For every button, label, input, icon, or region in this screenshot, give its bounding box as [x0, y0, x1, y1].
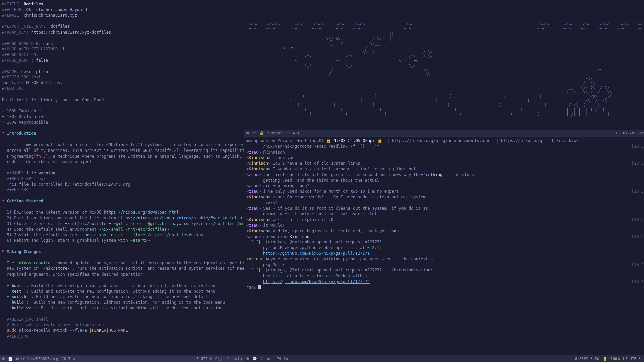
major-mode[interactable]: VTerm	[637, 131, 644, 136]
modeline-vterm[interactable]: 👁 🔒 *vterm* 29 All LF UTF-8 VTerm	[244, 130, 644, 136]
buffer-name[interactable]: #nixos	[260, 356, 274, 361]
modeline-left[interactable]: 📄 dotfiles/README.org 28 Top LF UTF-8 Or…	[0, 355, 244, 362]
irc-nick[interactable]: orion	[249, 257, 261, 261]
modeline-irc[interactable]: 💬 #nixos 79 Bot 6:53PM 0.50 🔋100% LF UTF…	[244, 355, 644, 362]
footnote-ref[interactable]: [fn:2]	[164, 148, 179, 153]
buffer-position: 28 Top	[62, 356, 75, 361]
erc-prompt: ERC>	[246, 286, 256, 290]
left-pane: #+TITLE: Dotfiles #+AUTHOR: Christopher …	[0, 0, 244, 362]
file-icon: 📄	[8, 356, 13, 361]
irc-nick[interactable]: Kinnison	[249, 155, 268, 160]
major-mode[interactable]: Org	[215, 356, 222, 361]
org-title-value: Dotfiles	[24, 2, 43, 6]
irc-nick[interactable]: zsau	[249, 150, 258, 155]
editor-frame: #+TITLE: Dotfiles #+AUTHOR: Christopher …	[0, 0, 644, 362]
irc-message: <zsau> no worries Kinnison[18:39]	[246, 234, 644, 240]
modified-indicator-icon	[246, 357, 249, 360]
top-right-pane: | | | | ~~~	[244, 0, 644, 137]
right-column: | | | | ~~~	[244, 0, 644, 362]
buffer-position: 79 Bot	[277, 356, 290, 361]
buffer-name[interactable]: *vterm*	[267, 131, 283, 136]
battery-icon: 🔋	[603, 356, 607, 361]
github-pr-link[interactable]: https://github.com/NixOS/nixpkgs/pull/12…	[263, 251, 370, 256]
irc-input-cursor[interactable]	[258, 285, 261, 289]
irc-nick[interactable]: Kinnison	[249, 217, 268, 222]
link-nixos-download[interactable]: https://nixos.org/download.html	[104, 210, 179, 215]
git-branch[interactable]: main	[233, 356, 242, 361]
irc-message: <Kinnison> thank you	[246, 155, 644, 161]
encoding: LF UTF-8	[616, 131, 634, 136]
vterm-buffer[interactable]: | | | | ~~~	[244, 0, 644, 130]
irc-message: <zsau> are you using sudo?	[246, 183, 644, 189]
irc-message: <zsau> the first one lists all the gcroo…	[246, 172, 644, 183]
bottom-right-pane: megaphone on #nixos (+nrt,lag:0) 🔒 NixOS…	[244, 137, 644, 362]
org-keyword: #+AUTHOR:	[2, 7, 24, 12]
irc-message: <Kinnison> I wonder why nix-collect-garb…	[246, 166, 644, 172]
irc-nick[interactable]: zsau	[249, 206, 258, 211]
footnote-ref[interactable]: [fn:3]	[34, 154, 48, 159]
irc-nick[interactable]: Kinnison	[249, 195, 268, 199]
irc-message: <Kinnison> and lo, space begins to be re…	[246, 228, 644, 234]
irc-nick[interactable]: Kinnison	[249, 167, 268, 171]
heading-getting-started[interactable]: Getting Started	[7, 199, 43, 203]
irc-nick[interactable]: zsau	[249, 189, 258, 194]
modified-indicator-icon	[246, 132, 249, 134]
begin-src: #+BEGIN_SRC text	[2, 75, 41, 79]
battery-pct: 100%	[611, 356, 620, 361]
bot-prefix: ~{^-^}~	[246, 240, 263, 244]
org-keyword: #+TITLE:	[2, 2, 21, 6]
irc-message: <Kinnison> zsau: Oh *rude words* -- Do I…	[246, 194, 644, 206]
chat-icon: 💬	[252, 356, 257, 361]
irc-buffer[interactable]: megaphone on #nixos (+nrt,lag:0) 🔒 NixOS…	[244, 137, 644, 355]
github-pr-link[interactable]: https://github.com/NixOS/nixpkgs/pull/12…	[263, 279, 370, 284]
irc-topic: megaphone on #nixos (+nrt,lag:0) 🔒 NixOS…	[246, 138, 579, 143]
irc-nick[interactable]: zsau	[249, 234, 258, 239]
irc-message: <Kinnison> wow I have a lot of old syste…	[246, 161, 644, 166]
lock-icon: 🔒	[259, 131, 264, 136]
irc-nick[interactable]: Kinnison	[249, 229, 268, 233]
irc-message: <Kinnison> well that'd explain it :D[18:…	[246, 217, 644, 223]
org-keyword: #+EMAIL:	[2, 13, 21, 18]
irc-nick[interactable]: Kinnison	[249, 161, 268, 166]
buffer-position: 29 All	[286, 131, 300, 136]
encoding: LF UTF-8	[194, 356, 212, 361]
modified-indicator-icon	[2, 357, 5, 360]
link-nixos-manual[interactable]: https://nixos.org/manual/nixos/stable/#s…	[118, 216, 244, 220]
readonly-icon: 👁	[252, 131, 256, 136]
org-buffer[interactable]: #+TITLE: Dotfiles #+AUTHOR: Christopher …	[0, 0, 244, 355]
irc-message: <zsau> yes - if you do it as root it cle…	[246, 206, 644, 217]
irc-message: <zsau> it would!	[246, 223, 644, 228]
heading-making-changes[interactable]: Making Changes	[7, 249, 41, 254]
irc-nick[interactable]: zsau	[249, 172, 258, 177]
irc-nick[interactable]: zsau	[249, 223, 258, 228]
irc-message: <zsau> i've only used nixos for a month …	[246, 189, 644, 194]
encoding: LF UTF-8	[623, 356, 641, 361]
end-src: #+END_SRC	[2, 86, 24, 91]
clock: 6:53PM 0.50	[575, 356, 599, 361]
buffer-name[interactable]: dotfiles/README.org	[16, 356, 58, 361]
irc-message: <zsau> @Kinnison	[246, 149, 644, 155]
heading-intro[interactable]: Introduction	[7, 131, 36, 136]
git-branch-icon: ⎇	[225, 356, 230, 361]
irc-nick[interactable]: zsau	[249, 183, 258, 188]
footnote-ref[interactable]: [fn:1]	[128, 142, 143, 147]
